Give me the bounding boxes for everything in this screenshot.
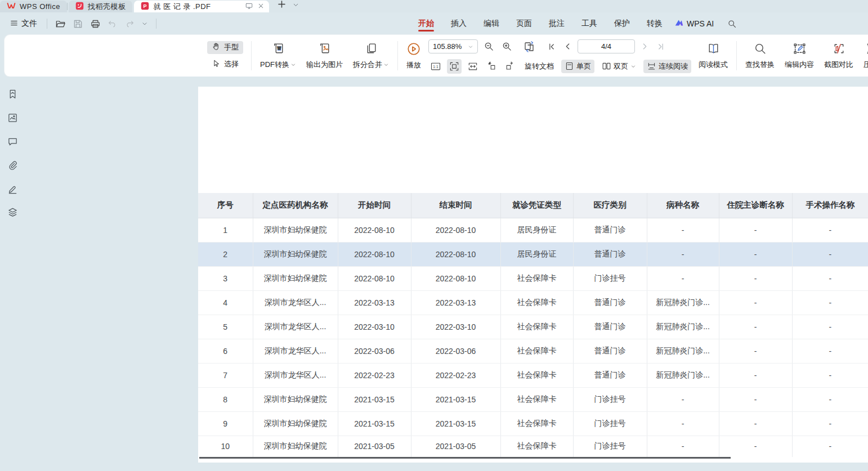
table-cell: 2021-03-15 (411, 411, 500, 436)
menu-item[interactable]: 开始 (414, 15, 439, 32)
menu-item[interactable]: 转换 (642, 15, 667, 32)
rotate-document-button[interactable]: 旋转文档 (521, 60, 557, 73)
next-page-icon[interactable] (639, 41, 651, 52)
menu-right: WPS AI (669, 12, 740, 35)
screenshot-compare-label: 截图对比 (824, 60, 853, 70)
table-cell: - (792, 436, 868, 457)
double-page-label: 双页 (614, 61, 628, 71)
menu-item[interactable]: 插入 (446, 15, 471, 32)
svg-text:P: P (144, 3, 147, 8)
pdf-convert-button[interactable]: W PDF转换 (255, 42, 301, 70)
close-tab-icon[interactable] (257, 2, 265, 11)
thumbnail-icon[interactable] (6, 111, 19, 124)
zoom-level-value: 105.88% (433, 42, 462, 51)
signature-pen-icon[interactable] (6, 182, 19, 195)
table-cell: 新冠肺炎门诊... (647, 290, 719, 315)
table-cell: - (719, 363, 792, 387)
tab-wps-office[interactable]: WPS Office (0, 1, 67, 12)
attachment-icon[interactable] (6, 159, 19, 172)
pointer-mode-group: 手型 选择 (203, 41, 248, 71)
hand-tool-button[interactable]: 手型 (207, 41, 243, 54)
actual-size-icon[interactable]: 1:1 (428, 59, 443, 74)
file-menu-button[interactable]: 文件 (7, 17, 40, 31)
swap-pages-icon[interactable] (521, 38, 538, 55)
table-cell: 2022-03-13 (411, 290, 500, 315)
divider (736, 41, 737, 70)
table-cell: 普通门诊 (573, 315, 647, 339)
tab-docer-templates[interactable]: 找稻壳模板 (69, 1, 133, 12)
read-mode-button[interactable]: 阅读模式 (693, 42, 733, 70)
export-image-button[interactable]: 输出为图片 (301, 42, 348, 70)
table-cell: 社会保障卡 (500, 290, 573, 315)
document-workspace: 序号定点医药机构名称开始时间结束时间就诊凭证类型医疗类别病种名称住院主诊断名称手… (0, 77, 868, 471)
table-cell: - (792, 363, 868, 387)
rotate-right-icon[interactable] (503, 59, 517, 74)
first-page-icon[interactable] (545, 41, 558, 53)
tab-label: 就 医 记 录 .PDF (153, 2, 241, 12)
menu-bar: 文件 开始插入编辑页面批注工具保护转换 (0, 12, 868, 35)
menu-item[interactable]: 编辑 (479, 15, 504, 32)
table-cell: - (792, 242, 868, 266)
wps-ai-button[interactable]: WPS AI (672, 15, 716, 33)
double-page-button[interactable]: 双页 (598, 60, 639, 73)
edit-content-button[interactable]: 编辑内容 (780, 42, 819, 70)
bookmark-icon[interactable] (6, 88, 19, 101)
table-cell: 社会保障卡 (500, 363, 573, 387)
menu-item[interactable]: 批注 (544, 15, 569, 32)
chevron-down-icon (468, 44, 473, 50)
rotate-left-icon[interactable] (484, 59, 499, 74)
records-table: 序号定点医药机构名称开始时间结束时间就诊凭证类型医疗类别病种名称住院主诊断名称手… (198, 193, 868, 457)
tab-document-pdf[interactable]: P 就 医 记 录 .PDF (134, 1, 269, 12)
save-icon[interactable] (71, 17, 84, 30)
split-merge-button[interactable]: 拆分合并 (348, 42, 394, 70)
last-page-icon[interactable] (655, 41, 667, 53)
comment-icon[interactable] (6, 135, 19, 148)
table-cell: 普通门诊 (573, 242, 647, 266)
cursor-arrow-icon (212, 59, 221, 70)
table-cell: 深圳市妇幼保健院 (253, 387, 338, 411)
monitor-icon[interactable] (245, 2, 253, 12)
fit-width-icon[interactable] (466, 59, 480, 74)
table-cell: - (792, 315, 868, 339)
table-cell: 深圳市妇幼保健院 (253, 242, 338, 266)
table-cell: 2022-03-06 (338, 339, 411, 363)
menu-item[interactable]: 保护 (610, 15, 634, 32)
find-replace-button[interactable]: 查找替换 (740, 42, 780, 70)
previous-page-icon[interactable] (562, 41, 574, 52)
divider (156, 19, 156, 29)
continuous-read-button[interactable]: 连续阅读 (643, 60, 691, 73)
table-row: 1深圳市妇幼保健院2022-08-102022-08-10居民身份证普通门诊--… (198, 218, 868, 242)
print-icon[interactable] (89, 17, 102, 30)
table-cell: - (719, 315, 792, 339)
table-cell: 5 (198, 315, 253, 339)
menu-item[interactable]: 工具 (577, 15, 602, 32)
select-tool-button[interactable]: 选择 (207, 58, 243, 71)
table-cell: 门诊挂号 (573, 266, 647, 290)
redo-icon[interactable] (123, 17, 136, 30)
menu-item[interactable]: 页面 (512, 15, 536, 32)
tab-list-chevron-icon[interactable] (292, 1, 299, 11)
table-cell: 2021-03-05 (411, 436, 500, 457)
single-page-button[interactable]: 单页 (561, 60, 594, 73)
play-button[interactable]: 播放 (401, 42, 426, 70)
table-cell: 新冠肺炎门诊... (647, 315, 719, 339)
fit-page-icon[interactable] (447, 59, 462, 74)
table-cell: 普通门诊 (573, 339, 647, 363)
open-folder-icon[interactable] (54, 17, 67, 30)
screenshot-compare-button[interactable]: 截图对比 (819, 42, 858, 70)
table-cell: 8 (198, 387, 253, 411)
compress-button[interactable]: 压缩 (858, 42, 868, 70)
pdf-file-icon: P (141, 2, 149, 12)
menu-search-icon[interactable] (724, 16, 740, 32)
wps-pdf-window: WPS Office 找稻壳模板 P 就 医 记 录 .PDF (0, 0, 868, 471)
new-tab-icon[interactable] (277, 0, 287, 11)
pdf-convert-icon: W (271, 42, 285, 57)
zoom-in-icon[interactable] (500, 39, 514, 53)
table-header-cell: 序号 (198, 193, 253, 218)
undo-history-chevron-icon[interactable] (140, 19, 149, 28)
undo-icon[interactable] (106, 17, 119, 30)
page-number-input[interactable]: 4/4 (578, 39, 635, 53)
zoom-level-select[interactable]: 105.88% (428, 39, 478, 53)
zoom-out-icon[interactable] (482, 39, 496, 53)
layers-icon[interactable] (6, 206, 19, 219)
